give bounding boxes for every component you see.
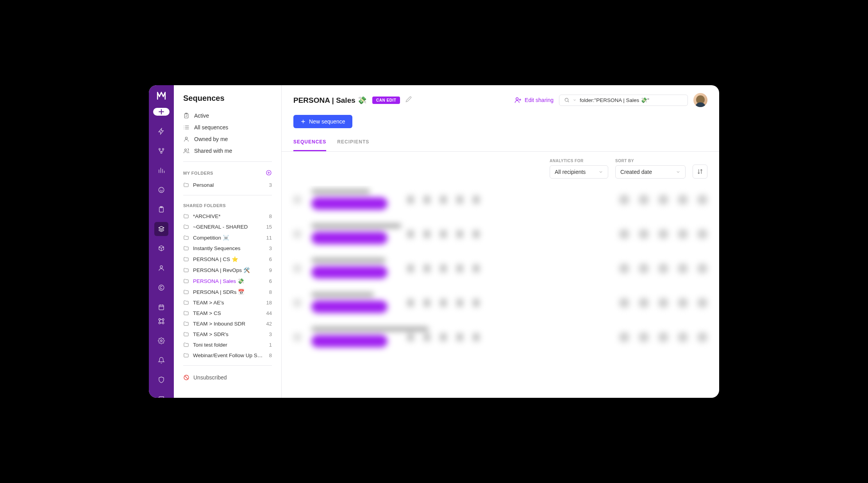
folder-count: 18	[266, 300, 272, 306]
folder-icon	[183, 342, 189, 348]
search-input[interactable]	[580, 97, 683, 103]
folder-count: 8	[269, 352, 272, 358]
folder-name: Personal	[193, 182, 265, 188]
folder-name: *ARCHIVE*	[193, 213, 265, 219]
create-button[interactable]	[153, 108, 170, 116]
folder-icon	[183, 278, 189, 284]
sort-direction-button[interactable]	[693, 165, 707, 179]
chevron-down-icon	[598, 170, 603, 174]
svg-point-17	[185, 149, 187, 151]
folder-item[interactable]: Toni test folder1	[178, 340, 277, 350]
sidebar: Sequences Active All sequences Owned by …	[174, 85, 282, 398]
branch-icon[interactable]	[154, 144, 168, 158]
book-icon[interactable]	[154, 392, 168, 398]
page-title: PERSONA | Sales 💸	[293, 96, 367, 105]
analytics-select[interactable]: All recipients	[550, 165, 608, 179]
folder-item[interactable]: Competition ☠️11	[178, 232, 277, 243]
new-sequence-button[interactable]: New sequence	[293, 115, 352, 128]
svg-point-3	[159, 187, 164, 193]
clipboard-icon[interactable]	[154, 202, 168, 216]
folder-count: 1	[269, 342, 272, 348]
svg-point-8	[159, 318, 161, 320]
folder-icon	[183, 321, 189, 327]
svg-point-0	[159, 148, 161, 150]
add-folder-button[interactable]	[266, 170, 272, 177]
folder-icon	[183, 310, 189, 316]
controls-row: ANALYTICS FOR All recipients SORT BY Cre…	[282, 152, 719, 186]
folder-name: TEAM > AE's	[193, 300, 263, 306]
user-avatar[interactable]	[693, 93, 707, 107]
sequence-row[interactable]	[293, 258, 707, 279]
folder-item[interactable]: PERSONA | CS ⭐6	[178, 254, 277, 265]
app-logo[interactable]	[155, 91, 168, 101]
folder-name: PERSONA | Sales 💸	[193, 278, 265, 284]
folder-name: Competition ☠️	[193, 234, 263, 241]
folder-icon	[183, 300, 189, 306]
lightning-icon[interactable]	[154, 124, 168, 138]
main-content: PERSONA | Sales 💸 CAN EDIT Edit sharing …	[282, 85, 719, 398]
nav-all-sequences[interactable]: All sequences	[178, 122, 277, 133]
folder-icon	[183, 182, 189, 188]
settings-icon[interactable]	[154, 334, 168, 348]
chart-icon[interactable]	[154, 163, 168, 177]
folder-icon	[183, 352, 189, 358]
list-icon	[183, 124, 189, 131]
sort-select[interactable]: Created date	[615, 165, 686, 179]
svg-point-11	[162, 322, 164, 324]
copyright-icon[interactable]	[154, 281, 168, 295]
nav-shared-with-me[interactable]: Shared with me	[178, 145, 277, 157]
integrations-icon[interactable]	[154, 314, 168, 328]
clipboard-check-icon	[183, 113, 189, 119]
folder-name: Toni test folder	[193, 342, 265, 348]
bell-icon[interactable]	[154, 353, 168, 367]
folder-item[interactable]: TEAM > AE's18	[178, 297, 277, 308]
nav-owned-by-me[interactable]: Owned by me	[178, 133, 277, 145]
folder-item[interactable]: Webinar/Event Follow Up Sequences8	[178, 350, 277, 361]
folder-name: Instantly Sequences	[193, 245, 265, 251]
folder-count: 44	[266, 310, 272, 316]
folder-count: 11	[266, 235, 272, 241]
unsubscribed-link[interactable]: Unsubscribed	[174, 370, 281, 385]
edit-sharing-button[interactable]: Edit sharing	[514, 97, 554, 104]
shield-icon[interactable]	[154, 373, 168, 387]
layers-icon[interactable]	[154, 222, 168, 236]
folder-item[interactable]: TEAM > Inbound SDR42	[178, 318, 277, 329]
folder-icon	[183, 245, 189, 251]
search-icon	[564, 97, 570, 103]
tabs: SEQUENCES RECIPIENTS	[282, 128, 719, 152]
sort-icon	[697, 168, 703, 175]
folder-item[interactable]: TEAM > CS44	[178, 308, 277, 318]
cube-icon[interactable]	[154, 242, 168, 256]
folder-item[interactable]: PERSONA | SDRs 📅8	[178, 286, 277, 297]
block-icon	[183, 374, 189, 381]
smile-icon[interactable]	[154, 183, 168, 197]
users-icon	[183, 148, 189, 154]
tab-recipients[interactable]: RECIPIENTS	[337, 139, 369, 151]
folder-name: TEAM > SDR's	[193, 331, 265, 337]
sequence-row[interactable]	[293, 224, 707, 244]
sequence-row[interactable]	[293, 293, 707, 313]
folder-item[interactable]: Personal3	[178, 180, 277, 190]
tab-sequences[interactable]: SEQUENCES	[293, 139, 326, 151]
person-icon[interactable]	[154, 261, 168, 275]
nav-active[interactable]: Active	[178, 110, 277, 122]
folder-count: 6	[269, 256, 272, 262]
folder-item[interactable]: Instantly Sequences3	[178, 243, 277, 254]
folder-item[interactable]: TEAM > SDR's3	[178, 329, 277, 340]
my-folders-header: MY FOLDERS	[174, 166, 281, 180]
sequence-row[interactable]	[293, 190, 707, 210]
sequence-row[interactable]	[293, 327, 707, 347]
folder-item[interactable]: PERSONA | Sales 💸6	[178, 275, 277, 286]
calendar-icon[interactable]	[154, 300, 168, 314]
search-box[interactable]	[559, 95, 688, 106]
folder-count: 9	[269, 267, 272, 273]
folder-icon	[183, 224, 189, 230]
folder-item[interactable]: PERSONA | RevOps 🛠️9	[178, 265, 277, 275]
user-icon	[183, 136, 189, 142]
folder-icon	[183, 235, 189, 241]
svg-point-21	[565, 98, 568, 101]
folder-item[interactable]: *ARCHIVE*8	[178, 211, 277, 222]
svg-point-9	[162, 318, 164, 320]
folder-item[interactable]: ~GENERAL - SHARED15	[178, 222, 277, 232]
rename-button[interactable]	[405, 96, 412, 104]
